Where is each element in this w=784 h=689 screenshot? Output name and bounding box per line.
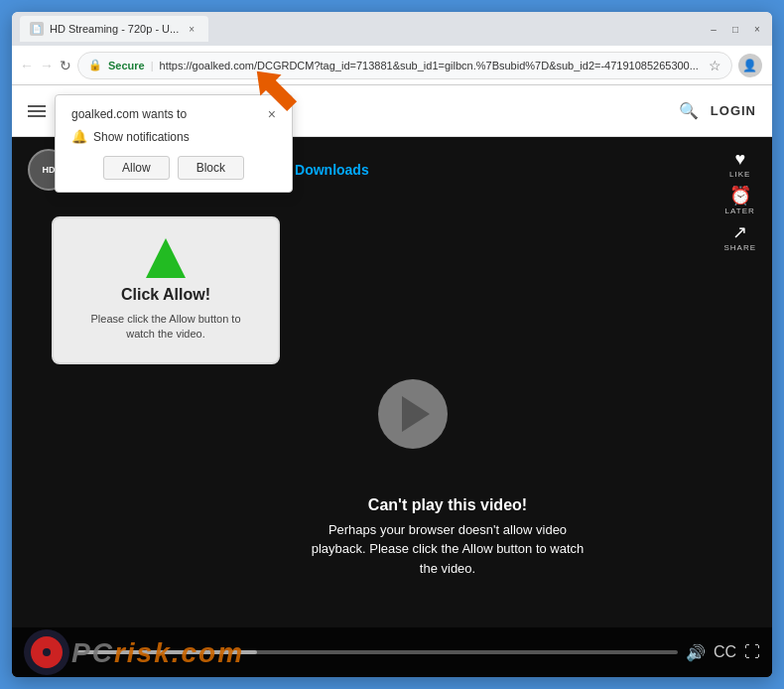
green-arrow-up bbox=[146, 238, 186, 278]
play-circle[interactable] bbox=[378, 379, 448, 449]
orange-arrow-svg bbox=[243, 58, 313, 127]
hd-label: HD bbox=[43, 165, 56, 175]
refresh-btn[interactable]: ↻ bbox=[60, 54, 71, 77]
url-text: https://goalked.com/DCGRDCM?tag_id=71388… bbox=[160, 60, 699, 71]
popup-notification-row: 🔔 Show notifications bbox=[71, 129, 276, 144]
secure-label: Secure bbox=[108, 60, 145, 71]
share-icon: ↗ bbox=[732, 221, 747, 243]
close-btn[interactable]: × bbox=[750, 22, 764, 36]
popup-title: goalked.com wants to bbox=[71, 107, 187, 121]
toolbar-right: 👤 ⋮ bbox=[738, 54, 772, 77]
maximize-btn[interactable]: □ bbox=[728, 22, 742, 36]
click-allow-desc: Please click the Allow button to watch t… bbox=[77, 312, 254, 343]
lock-icon: 🔒 bbox=[88, 59, 102, 71]
account-silhouette: 👤 bbox=[742, 59, 757, 72]
bookmark-icon[interactable]: ☆ bbox=[709, 58, 721, 73]
video-area: HD HD Streaming - 720p - Unlimited Downl… bbox=[12, 137, 772, 677]
video-actions: ♥ LIKE ⏰ LATER ↗ SHARE bbox=[723, 149, 756, 252]
orange-arrow-indicator bbox=[243, 58, 313, 127]
site-header-right: 🔍 LOGIN bbox=[675, 97, 756, 125]
logo-dot bbox=[43, 648, 51, 656]
title-bar: 📄 HD Streaming - 720p - U... × – □ × bbox=[12, 12, 772, 46]
back-icon: ← bbox=[20, 58, 34, 73]
tab-close-btn[interactable]: × bbox=[185, 22, 198, 36]
hamburger-menu-btn[interactable] bbox=[28, 99, 52, 123]
minimize-btn[interactable]: – bbox=[707, 22, 720, 36]
like-label: LIKE bbox=[729, 170, 750, 179]
notification-label: Show notifications bbox=[93, 130, 190, 144]
address-bar: ← → ↻ 🔒 Secure | https://goalked.com/DCG… bbox=[12, 46, 772, 85]
video-bottom-bar: 🔊 CC ⛶ PCrisk.com bbox=[12, 627, 772, 677]
captions-icon[interactable]: CC bbox=[714, 643, 736, 661]
click-allow-box: Click Allow! Please click the Allow butt… bbox=[52, 216, 280, 364]
watermark-suffix: risk.com bbox=[114, 637, 244, 668]
hamburger-line-1 bbox=[28, 105, 46, 107]
content-area: HD HD Streaming - 720p - Unlimited Downl… bbox=[12, 137, 772, 677]
back-btn[interactable]: ← bbox=[20, 54, 34, 77]
logo-circle bbox=[31, 636, 63, 668]
volume-icon[interactable]: 🔊 bbox=[686, 643, 706, 662]
forward-icon: → bbox=[40, 58, 54, 73]
forward-btn[interactable]: → bbox=[40, 54, 54, 77]
bell-icon: 🔔 bbox=[71, 129, 87, 144]
cant-play-desc: Perhaps your browser doesn't allow video… bbox=[309, 520, 587, 579]
share-btn[interactable]: ↗ SHARE bbox=[723, 221, 756, 252]
login-button[interactable]: LOGIN bbox=[711, 103, 756, 118]
allow-button[interactable]: Allow bbox=[103, 156, 170, 180]
cant-play-message: Can't play this video! Perhaps your brow… bbox=[309, 496, 587, 579]
hamburger-line-2 bbox=[28, 110, 46, 112]
play-triangle-icon bbox=[402, 396, 430, 432]
refresh-icon: ↻ bbox=[60, 58, 71, 73]
pcrisk-logo bbox=[24, 629, 69, 675]
clock-icon: ⏰ bbox=[729, 185, 751, 207]
click-allow-title: Click Allow! bbox=[77, 286, 254, 304]
site-search-btn[interactable]: 🔍 bbox=[675, 97, 703, 125]
tab-area: 📄 HD Streaming - 720p - U... × bbox=[20, 16, 707, 42]
account-icon[interactable]: 👤 bbox=[738, 54, 762, 77]
like-btn[interactable]: ♥ LIKE bbox=[729, 149, 750, 179]
play-button-area[interactable] bbox=[378, 379, 448, 449]
bottom-controls: 🔊 CC ⛶ bbox=[686, 643, 760, 662]
cant-play-title: Can't play this video! bbox=[309, 496, 587, 514]
block-button[interactable]: Block bbox=[178, 156, 244, 180]
more-menu-btn[interactable]: ⋮ bbox=[770, 54, 772, 77]
heart-icon: ♥ bbox=[734, 149, 745, 170]
later-label: LATER bbox=[725, 207, 755, 215]
browser-tab[interactable]: 📄 HD Streaming - 720p - U... × bbox=[20, 16, 208, 42]
watermark-prefix: PC bbox=[71, 637, 114, 668]
fullscreen-icon[interactable]: ⛶ bbox=[744, 643, 760, 661]
share-label: SHARE bbox=[723, 243, 756, 252]
svg-marker-1 bbox=[246, 61, 303, 117]
url-bar[interactable]: 🔒 Secure | https://goalked.com/DCGRDCM?t… bbox=[77, 52, 732, 79]
tab-title: HD Streaming - 720p - U... bbox=[50, 23, 179, 35]
tab-favicon: 📄 bbox=[30, 22, 44, 36]
window-controls: – □ × bbox=[707, 22, 764, 36]
site-header-left bbox=[28, 99, 52, 123]
popup-buttons: Allow Block bbox=[71, 156, 276, 180]
later-btn[interactable]: ⏰ LATER bbox=[725, 185, 755, 215]
url-separator: | bbox=[151, 60, 154, 71]
watermark: PCrisk.com bbox=[71, 637, 244, 669]
hamburger-line-3 bbox=[28, 115, 46, 117]
